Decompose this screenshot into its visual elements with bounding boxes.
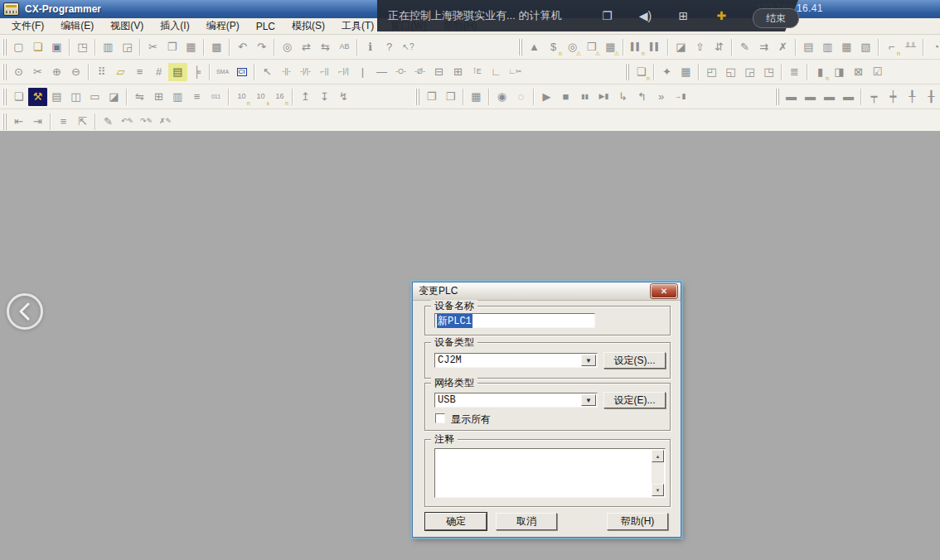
end-session-button[interactable]: 结束: [753, 8, 799, 28]
toolbar-grip[interactable]: [2, 89, 7, 105]
tree-view-icon[interactable]: ╞: [187, 63, 206, 81]
continuous-run-icon[interactable]: »: [652, 88, 671, 106]
plc-settings-icon[interactable]: ▦: [837, 38, 856, 56]
show-ci-icon[interactable]: CI: [232, 63, 251, 81]
find-icon[interactable]: ◎: [278, 38, 297, 56]
dialog-close-button[interactable]: ✕: [651, 284, 677, 298]
network-type-settings-button[interactable]: 设定(E)...: [603, 392, 666, 408]
menu-edit[interactable]: 编辑(E): [52, 17, 102, 35]
replace-icon[interactable]: ⇆: [316, 38, 335, 56]
set-bar-4-icon[interactable]: ╂: [922, 88, 940, 106]
horizontal-line-icon[interactable]: —: [372, 63, 391, 81]
force-on-icon[interactable]: ↥: [296, 88, 315, 106]
zoom-tool-icon[interactable]: ⊙: [9, 63, 28, 81]
io-comment-icon[interactable]: ▥: [168, 88, 187, 106]
menu-plc[interactable]: PLC: [248, 19, 283, 34]
run-to-cursor-icon[interactable]: →▮: [671, 88, 690, 106]
window-z-order-icon[interactable]: ◨: [830, 63, 849, 81]
indent-right-icon[interactable]: ⇥: [28, 113, 47, 131]
zoom-in-icon[interactable]: ⊕: [47, 63, 66, 81]
online-edit-send-icon[interactable]: ⇉: [754, 38, 773, 56]
pause-icon[interactable]: ▌▌: [646, 38, 665, 56]
show-sma-icon[interactable]: SMA: [213, 63, 232, 81]
set-bar-3-icon[interactable]: ╀: [903, 88, 922, 106]
pause-display-icon[interactable]: ❏n: [632, 63, 651, 81]
scroll-down-icon[interactable]: ▼: [652, 484, 664, 496]
plc-error-log-icon[interactable]: ▧: [856, 38, 875, 56]
change-all-icon[interactable]: AB: [335, 38, 354, 56]
window-toggle-icon[interactable]: ⊞: [676, 8, 690, 23]
memory-block-1-icon[interactable]: ▬: [782, 88, 801, 106]
toolbar-grip[interactable]: [2, 64, 7, 80]
toolbar-grip[interactable]: [625, 64, 629, 80]
select-tool-icon[interactable]: ↖: [258, 63, 277, 81]
set-bar-2-icon[interactable]: ┿: [884, 88, 903, 106]
scroll-up-icon[interactable]: ▲: [652, 450, 664, 462]
insert-row-icon[interactable]: ◲: [740, 63, 759, 81]
network-type-dropdown-icon[interactable]: ▼: [581, 394, 596, 406]
instruction-box-icon[interactable]: ⊟: [429, 63, 448, 81]
online-edit-begin-icon[interactable]: ✎: [735, 38, 754, 56]
transfer-online-icon[interactable]: ▦⚠: [601, 38, 620, 56]
work-online-icon[interactable]: ▲: [525, 38, 544, 56]
plc-memory-window-icon[interactable]: ▤: [799, 38, 818, 56]
properties-icon[interactable]: ◪: [104, 88, 124, 106]
output-window-icon[interactable]: ▤: [47, 88, 66, 106]
watch-window-icon[interactable]: ◫: [66, 88, 85, 106]
delete-row-icon[interactable]: ◳: [759, 63, 778, 81]
zoom-region-icon[interactable]: ✂: [28, 63, 47, 81]
signed-decimal-display-icon[interactable]: 10±: [251, 88, 270, 106]
step-run-icon[interactable]: ▶▮: [594, 88, 613, 106]
device-online-icon[interactable]: ❒⚠: [582, 38, 601, 56]
session-pin-icon[interactable]: ✚: [714, 8, 729, 23]
project-window-icon[interactable]: ❏: [9, 88, 28, 106]
build-icon[interactable]: ⚒: [28, 88, 47, 106]
time-chart-monitor-icon[interactable]: ╨╨: [901, 38, 920, 56]
comment-scrollbar[interactable]: ▲ ▼: [652, 450, 664, 496]
cut-icon[interactable]: ✂: [143, 38, 162, 56]
pen-undo-icon[interactable]: ↶✎: [118, 113, 137, 131]
decimal-display-icon[interactable]: 10n: [232, 88, 251, 106]
menu-view[interactable]: 视图(V): [102, 17, 152, 35]
device-name-input[interactable]: 新PLC1: [434, 313, 595, 328]
window-check-icon[interactable]: ☑: [868, 63, 887, 81]
cascade-window-icon[interactable]: ❒: [441, 88, 460, 106]
ok-button[interactable]: 确定: [425, 513, 487, 530]
cross-window-icon[interactable]: ▭: [85, 88, 104, 106]
watch-sheet-icon[interactable]: ▦: [467, 88, 486, 106]
cancel-button[interactable]: 取消: [496, 513, 557, 530]
invoke-block-icon[interactable]: ⊺E: [468, 63, 487, 81]
print-icon[interactable]: ▥: [99, 38, 118, 56]
zoom-out-icon[interactable]: ⊖: [66, 63, 85, 81]
binary-display-icon[interactable]: 011: [206, 88, 225, 106]
print-preview-icon[interactable]: ◲: [118, 38, 137, 56]
rung-list-view-icon[interactable]: ≡: [187, 88, 206, 106]
paste-text-icon[interactable]: ▩: [207, 38, 226, 56]
toolbar-grip[interactable]: [518, 39, 522, 56]
redo-icon[interactable]: ↷: [252, 38, 271, 56]
contact-or-open-icon[interactable]: ⌐||: [315, 63, 334, 81]
undo-icon[interactable]: ↶: [233, 38, 252, 56]
context-help-icon[interactable]: ↖?: [399, 38, 418, 56]
line-connect-icon[interactable]: ∟: [487, 63, 506, 81]
coil-open-icon[interactable]: -O-: [391, 63, 410, 81]
device-type-dropdown-icon[interactable]: ▼: [581, 355, 596, 366]
set-bar-1-icon[interactable]: ┯: [865, 88, 884, 106]
contact-closed-icon[interactable]: -|/|-: [296, 63, 315, 81]
toolbar-grip[interactable]: [415, 89, 419, 105]
vertical-line-icon[interactable]: |: [353, 63, 372, 81]
toolbar-grip[interactable]: [2, 113, 7, 130]
breakpoint-set-icon[interactable]: ◉: [492, 88, 511, 106]
menu-program[interactable]: 编程(P): [198, 17, 248, 35]
window-close-all-icon[interactable]: ⊠: [849, 63, 868, 81]
rung-go-top-icon[interactable]: ⇱: [73, 113, 92, 131]
address-reference-icon[interactable]: ⊞: [149, 88, 168, 106]
indent-left-icon[interactable]: ⇤: [9, 113, 28, 131]
copy-icon[interactable]: ❐: [162, 38, 182, 56]
sim-pause-icon[interactable]: ▮▮: [575, 88, 594, 106]
step-out-icon[interactable]: ↰: [632, 88, 652, 106]
help-button[interactable]: 帮助(H): [607, 513, 668, 530]
toolbar-grip[interactable]: [2, 39, 7, 56]
rung-list-icon[interactable]: ≡: [54, 113, 73, 131]
paste-icon[interactable]: ▦: [182, 38, 201, 56]
